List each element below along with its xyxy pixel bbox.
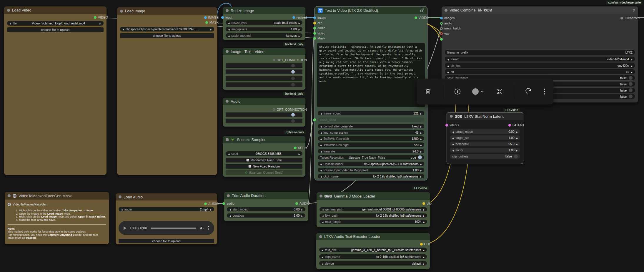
input-clip[interactable]: clip <box>313 21 322 25</box>
collapse-dot-icon[interactable] <box>120 10 123 13</box>
arrow-left-icon[interactable] <box>320 143 322 147</box>
widget-max-length[interactable]: max_length 1024 <box>319 220 427 224</box>
arrow-right-icon[interactable] <box>516 136 518 140</box>
input-audio[interactable]: audio <box>440 21 452 25</box>
node-header[interactable]: Load Audio <box>116 193 217 200</box>
arrow-left-icon[interactable] <box>447 57 449 61</box>
input-dot[interactable] <box>445 124 448 127</box>
arrow-right-icon[interactable] <box>420 143 422 147</box>
switch-row-3[interactable] <box>226 76 302 81</box>
arrow-left-icon[interactable] <box>452 148 454 152</box>
input-video[interactable]: video <box>313 31 325 35</box>
output-dot[interactable] <box>422 202 425 205</box>
input-dot[interactable] <box>313 16 316 19</box>
toggle-knob[interactable] <box>291 83 295 87</box>
output-dot[interactable] <box>204 16 207 19</box>
arrow-right-icon[interactable] <box>420 175 422 178</box>
expand-icon[interactable] <box>420 8 424 12</box>
input-latents[interactable]: latents <box>445 123 459 127</box>
output-clip[interactable]: clip <box>422 201 432 205</box>
widget-image-file[interactable]: clipspace/clipspace-painted-masked-17683… <box>120 27 214 31</box>
widget-res-height[interactable]: TxtToVid Res hight 720 <box>318 142 424 147</box>
widget-resize-input-megapixel[interactable]: Resize Input Video to Megapixel 1.00 <box>318 168 424 172</box>
node-scenes-sampler[interactable]: Scene's Sampler SEED seed 95609215486465… <box>223 136 305 177</box>
node-header[interactable]: LTXV Audio Text Encoder Loader <box>316 233 430 240</box>
node-header[interactable]: L T X LTXV Stat Norm Latent <box>447 112 523 120</box>
collapse-dot-icon[interactable] <box>227 194 230 197</box>
input-mask[interactable]: Mask <box>313 36 325 40</box>
widget-pix-fmt[interactable]: pix_fmt yuv420p <box>445 63 635 68</box>
node-header[interactable]: Audio <box>223 98 305 105</box>
collapse-node-button[interactable] <box>495 88 503 95</box>
node-header[interactable]: Image , Text , Video <box>223 48 305 55</box>
input-dot[interactable] <box>440 38 443 41</box>
arrow-left-icon[interactable] <box>452 130 454 133</box>
output-dot[interactable] <box>204 203 207 205</box>
seek-bar[interactable] <box>151 228 196 229</box>
widget-device[interactable]: device default <box>319 261 427 266</box>
output-latent[interactable]: LATENT <box>508 123 525 127</box>
arrow-left-icon[interactable] <box>229 214 231 217</box>
radio-icon[interactable] <box>8 203 11 206</box>
widget-res-width[interactable]: TxtToVid Res widh 1280 <box>318 136 424 141</box>
widget-gemma-path[interactable]: gemma_path gemma\model-00001-of-00005.sa… <box>319 207 427 211</box>
arrow-left-icon[interactable] <box>320 112 322 115</box>
toggle-knob[interactable] <box>291 77 295 80</box>
input-images[interactable]: images <box>440 16 455 20</box>
widget-noise-seed[interactable]: noise_seed <box>318 117 424 122</box>
node-header[interactable]: Text to Video (LTX 2.0 Distilled) <box>315 6 427 14</box>
node-header[interactable]: Video Combine V H S ? <box>442 6 638 14</box>
switch-row-4[interactable] <box>226 82 302 87</box>
player-menu-icon[interactable] <box>208 226 209 230</box>
choose-file-button[interactable]: choose file to upload <box>7 27 104 32</box>
collapse-square-icon[interactable] <box>226 138 229 141</box>
arrow-right-icon[interactable] <box>420 112 422 115</box>
arrow-right-icon[interactable] <box>423 208 425 211</box>
input-vae[interactable]: vae <box>440 31 450 36</box>
arrow-right-icon[interactable] <box>516 142 518 146</box>
node-ltxv-audio-text-encoder-loader[interactable]: LTXV Audio Text Encoder Loader CLIP text… <box>316 233 430 269</box>
input-dot[interactable] <box>440 27 443 30</box>
arrow-left-icon[interactable] <box>320 162 322 166</box>
toggle-knob[interactable] <box>291 119 295 123</box>
arrow-left-icon[interactable] <box>452 136 454 140</box>
node-header[interactable]: Load Video <box>4 6 106 14</box>
collapse-dot-icon[interactable] <box>226 50 229 53</box>
toggle-knob[interactable] <box>291 113 295 117</box>
widget-control-after-generate[interactable]: control after generate fixed <box>318 124 424 128</box>
node-ltxv-stat-norm-latent[interactable]: L T X LTXV Stat Norm Latent latents LATE… <box>447 112 523 164</box>
output-video[interactable]: VIDEO <box>415 16 429 20</box>
node-context-toolbar[interactable] <box>417 79 553 105</box>
toggle-knob[interactable] <box>629 76 633 80</box>
arrow-left-icon[interactable] <box>122 27 124 31</box>
node-load-image[interactable]: Load Image IMAGE MASK clipspace/clipspac… <box>117 7 217 175</box>
arrow-left-icon[interactable] <box>322 220 323 223</box>
arrow-right-icon[interactable] <box>420 150 422 153</box>
toggle-knob[interactable] <box>418 155 422 159</box>
noise-seed-input-dot[interactable] <box>313 118 316 121</box>
collapse-dot-icon[interactable] <box>119 195 122 198</box>
collapse-dot-icon[interactable] <box>450 115 453 118</box>
node-load-video[interactable]: Load Video VIDEO file Video_Schmied_klop… <box>4 6 106 175</box>
input-audio[interactable]: audio <box>313 26 325 30</box>
arrow-right-icon[interactable] <box>423 220 425 223</box>
arrow-right-icon[interactable] <box>299 34 300 37</box>
collapse-dot-icon[interactable] <box>226 100 229 103</box>
node-audio-switch[interactable]: Audio OPT_CONNECTION <box>223 98 305 127</box>
arrow-left-icon[interactable] <box>320 137 322 140</box>
switch-row-1[interactable] <box>226 112 302 117</box>
use-last-queued-seed-button[interactable]: ♻ (Use Last Queued Seed) <box>226 170 302 175</box>
play-icon[interactable] <box>123 226 127 230</box>
arrow-left-icon[interactable] <box>447 64 449 67</box>
toggle-knob[interactable] <box>291 70 295 74</box>
arrow-left-icon[interactable] <box>320 150 322 153</box>
choose-file-button[interactable]: choose file to upload <box>120 33 214 38</box>
widget-duration[interactable]: duration 5.00 <box>227 213 305 218</box>
arrow-right-icon[interactable] <box>423 255 425 258</box>
node-header[interactable]: VideoToMaskedFaceGen Mask <box>5 192 109 200</box>
output-opt-connection[interactable]: OPT_CONNECTION <box>273 58 307 62</box>
arrow-left-icon[interactable] <box>9 21 11 25</box>
switch-row-1[interactable] <box>226 63 302 68</box>
toggle-knob[interactable] <box>629 82 633 86</box>
input-dot[interactable] <box>440 17 443 19</box>
